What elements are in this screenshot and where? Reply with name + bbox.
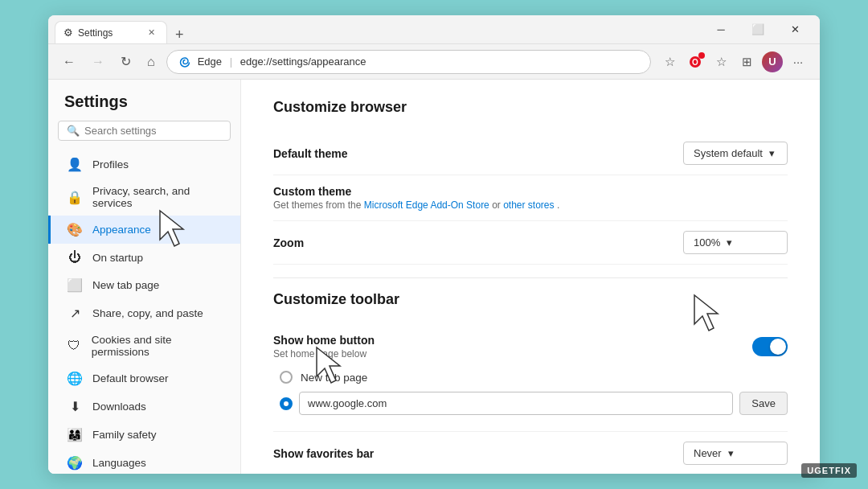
show-favbar-row: Show favorites bar Never ▾ (273, 432, 788, 474)
forward-button[interactable]: → (87, 51, 109, 72)
address-text: Edge | edge://settings/appearance (198, 55, 639, 68)
sidebar-item-default[interactable]: 🌐Default browser (48, 364, 240, 392)
refresh-button[interactable]: ↻ (116, 51, 136, 72)
sidebar-item-label-newtab: New tab page (92, 279, 159, 291)
default-theme-row: Default theme System default ▾ (273, 132, 788, 175)
sidebar-item-newtab[interactable]: ⬜New tab page (48, 271, 240, 299)
sidebar-title: Settings (48, 92, 240, 121)
zoom-chevron-icon: ▾ (727, 236, 732, 249)
chevron-down-icon: ▾ (769, 147, 775, 159)
show-home-label: Show home button (273, 334, 375, 347)
user-avatar[interactable]: U (762, 51, 783, 72)
sidebar-item-appearance[interactable]: 🎨Appearance (48, 216, 240, 244)
site-name-label: Edge (198, 55, 222, 68)
home-radio-group: New tab page Save (273, 360, 788, 421)
appearance-icon: 🎨 (67, 222, 83, 237)
sidebar-item-downloads[interactable]: ⬇Downloads (48, 392, 240, 421)
radio-url-circle[interactable] (280, 397, 293, 410)
minimize-button[interactable]: ─ (702, 18, 739, 42)
sidebar-item-label-startup: On startup (92, 252, 143, 264)
collections-icon[interactable]: ⊞ (735, 50, 759, 74)
search-icon: 🔍 (67, 125, 80, 137)
custom-theme-sublabel: Get themes from the Microsoft Edge Add-O… (273, 199, 559, 211)
tab-close-button[interactable]: ✕ (145, 26, 158, 39)
sidebar-item-label-sharecopy: Share, copy, and paste (92, 307, 203, 319)
default-icon: 🌐 (67, 371, 83, 386)
search-input[interactable] (84, 125, 222, 137)
settings-tab[interactable]: ⚙ Settings ✕ (55, 21, 167, 43)
opera-icon[interactable]: O (683, 50, 707, 74)
title-bar: ⚙ Settings ✕ + ─ ⬜ ✕ (48, 15, 820, 44)
nav-items-list: 👤Profiles🔒Privacy, search, and services🎨… (48, 150, 240, 474)
radio-newtab-circle (280, 371, 293, 384)
sidebar-item-label-cookies: Cookies and site permissions (92, 334, 224, 358)
sidebar-item-sharecopy[interactable]: ↗Share, copy, and paste (48, 299, 240, 327)
sidebar-search[interactable]: 🔍 (58, 121, 231, 141)
zoom-dropdown[interactable]: 100% ▾ (683, 231, 788, 254)
sidebar: Settings 🔍 👤Profiles🔒Privacy, search, an… (48, 80, 241, 474)
cookies-icon: 🛡 (67, 339, 82, 353)
favbar-chevron-icon: ▾ (728, 447, 734, 459)
sharecopy-icon: ↗ (67, 306, 83, 321)
other-stores-link[interactable]: other stores (503, 199, 554, 211)
default-theme-dropdown[interactable]: System default ▾ (683, 142, 788, 165)
zoom-row: Zoom 100% ▾ (273, 221, 788, 265)
sidebar-item-profiles[interactable]: 👤Profiles (48, 150, 240, 179)
show-favbar-label: Show favorites bar (273, 447, 374, 460)
zoom-value: 100% (694, 236, 720, 249)
sidebar-item-label-appearance: Appearance (92, 224, 151, 236)
sidebar-item-label-downloads: Downloads (92, 401, 146, 413)
address-bar: ← → ↻ ⌂ Edge | edge://settings/appearanc… (48, 44, 820, 80)
svg-text:O: O (692, 58, 698, 67)
section-browser-title: Customize browser (273, 99, 788, 116)
languages-icon: 🌍 (67, 455, 83, 471)
radio-newtab-label: New tab page (301, 372, 367, 384)
custom-theme-row: Custom theme Get themes from the Microso… (273, 175, 788, 221)
window-controls: ─ ⬜ ✕ (702, 18, 813, 42)
show-home-toggle[interactable] (752, 337, 788, 356)
edge-addon-store-link[interactable]: Microsoft Edge Add-On Store (364, 199, 489, 211)
main-content: Settings 🔍 👤Profiles🔒Privacy, search, an… (48, 80, 820, 474)
address-input[interactable]: Edge | edge://settings/appearance (166, 50, 651, 74)
sidebar-item-privacy[interactable]: 🔒Privacy, search, and services (48, 179, 240, 216)
maximize-button[interactable]: ⬜ (739, 18, 776, 42)
family-icon: 👨‍👩‍👧 (67, 427, 83, 442)
sidebar-item-label-default: Default browser (92, 372, 169, 384)
default-theme-label: Default theme (273, 147, 348, 160)
back-button[interactable]: ← (58, 51, 80, 72)
default-theme-value: System default (694, 147, 763, 159)
more-options-icon[interactable]: ··· (786, 50, 810, 74)
sidebar-item-label-family: Family safety (92, 429, 157, 441)
settings-content: Customize browser Default theme System d… (241, 80, 820, 474)
new-tab-button[interactable]: + (170, 27, 189, 43)
sidebar-item-cookies[interactable]: 🛡Cookies and site permissions (48, 327, 240, 364)
privacy-icon: 🔒 (67, 190, 83, 205)
home-url-input[interactable] (299, 392, 733, 415)
home-button[interactable]: ⌂ (142, 51, 160, 72)
toolbar-icons: ☆ O ☆ ⊞ U ··· (657, 50, 810, 74)
section-toolbar-title: Customize toolbar (273, 291, 788, 308)
sidebar-item-label-profiles: Profiles (92, 158, 129, 171)
profiles-icon: 👤 (67, 157, 83, 172)
show-home-sublabel: Set home page below (273, 348, 375, 360)
sidebar-item-label-privacy: Privacy, search, and services (92, 185, 224, 209)
sidebar-item-family[interactable]: 👨‍👩‍👧Family safety (48, 421, 240, 449)
show-favbar-value: Never (694, 447, 722, 459)
sidebar-item-label-languages: Languages (92, 457, 146, 469)
downloads-icon: ⬇ (67, 399, 83, 414)
reading-list-icon[interactable]: ☆ (709, 50, 733, 74)
radio-newtab[interactable]: New tab page (280, 366, 788, 388)
show-favbar-dropdown[interactable]: Never ▾ (683, 442, 788, 465)
account-icon[interactable]: U (760, 50, 784, 74)
url-text: edge://settings/appearance (240, 55, 366, 68)
edge-logo-icon (178, 55, 191, 68)
newtab-icon: ⬜ (67, 277, 83, 293)
favorites-icon[interactable]: ☆ (657, 50, 682, 74)
close-button[interactable]: ✕ (776, 18, 813, 42)
startup-icon: ⏻ (67, 250, 83, 265)
settings-tab-icon: ⚙ (63, 27, 73, 39)
sidebar-item-languages[interactable]: 🌍Languages (48, 449, 240, 474)
section-divider (273, 277, 788, 278)
sidebar-item-startup[interactable]: ⏻On startup (48, 244, 240, 271)
save-button[interactable]: Save (739, 392, 788, 415)
